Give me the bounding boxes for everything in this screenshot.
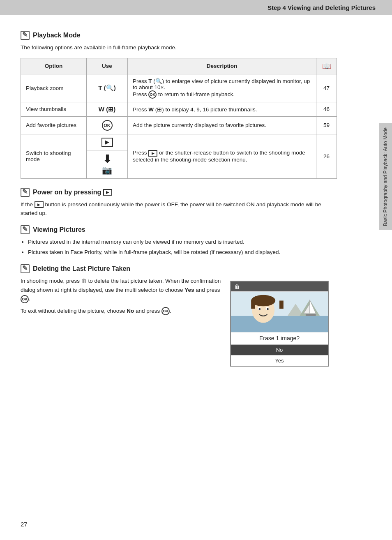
deleting-title: Deleting the Last Picture Taken	[33, 265, 130, 272]
svg-point-14	[267, 308, 269, 310]
page-switch-shooting: 26	[316, 134, 337, 178]
table-row: Add favorite pictures OK Add the picture…	[21, 116, 337, 134]
table-row: Switch to shooting mode ▶ Press ▶ or the…	[21, 134, 337, 150]
dialog-box: 🗑	[230, 281, 329, 367]
option-add-favorite: Add favorite pictures	[21, 116, 87, 134]
viewing-pictures-section: Viewing Pictures Pictures stored in the …	[21, 225, 337, 257]
deleting-heading: Deleting the Last Picture Taken	[21, 264, 337, 273]
dialog-image-area	[231, 291, 328, 332]
dialog-option-no: No	[231, 344, 328, 355]
main-content: Playback Mode The following options are …	[0, 15, 357, 386]
down-arrow-icon: ⬇	[103, 154, 112, 164]
playback-mode-intro: The following options are available in f…	[21, 43, 337, 52]
use-switch-play: ▶	[87, 134, 128, 150]
option-view-thumbnails: View thumbnails	[21, 102, 87, 116]
viewing-pictures-title: Viewing Pictures	[33, 226, 85, 233]
col-page: 📖	[316, 58, 337, 74]
power-on-title: Power on by pressing ▶	[33, 189, 112, 196]
col-option: Option	[21, 58, 87, 74]
power-on-section: Power on by pressing ▶ If the ▶ button i…	[21, 188, 337, 218]
desc-switch-shooting: Press ▶ or the shutter-release button to…	[128, 134, 316, 178]
dialog-illustration	[231, 291, 328, 332]
trash-icon: 🗑	[234, 283, 240, 290]
use-switch-camera: ⬇ 📷	[87, 150, 128, 178]
list-item: Pictures stored in the internal memory c…	[28, 238, 337, 247]
play-inline-icon: ▶	[103, 189, 112, 196]
use-add-favorite: OK	[87, 116, 128, 134]
sidebar-tab-label: Basic Photography and Playback: Auto Mod…	[382, 127, 389, 226]
play-inline-icon2: ▶	[35, 201, 44, 208]
dialog-option-yes: Yes	[231, 355, 328, 366]
desc-add-favorite: Add the picture currently displayed to f…	[128, 116, 316, 134]
svg-rect-10	[279, 300, 284, 309]
note-icon-deleting	[21, 264, 30, 273]
svg-rect-3	[231, 316, 328, 332]
desc-view-thumbnails: Press W (⊞) to display 4, 9, 16 picture …	[128, 102, 316, 116]
ok-icon-inline2: OK	[161, 307, 170, 315]
desc-playback-zoom: Press T (🔍) to enlarge view of picture c…	[128, 74, 316, 102]
note-icon-power	[21, 188, 30, 197]
viewing-pictures-heading: Viewing Pictures	[21, 225, 337, 234]
option-switch-shooting: Switch to shooting mode	[21, 134, 87, 178]
page-number: 27	[21, 521, 28, 528]
trash-inline-icon: 🗑	[81, 277, 87, 286]
option-playback-zoom: Playback zoom	[21, 74, 87, 102]
page-header-title: Step 4 Viewing and Deleting Pictures	[267, 4, 376, 11]
note-icon-playback	[21, 31, 30, 40]
table-row: Playback zoom T (🔍) Press T (🔍) to enlar…	[21, 74, 337, 102]
ok-icon-inline: OK	[21, 295, 29, 303]
page-add-favorite: 59	[316, 116, 337, 134]
viewing-pictures-list: Pictures stored in the internal memory c…	[21, 238, 337, 257]
dialog-header: 🗑	[231, 282, 328, 291]
note-icon-viewing	[21, 225, 30, 234]
playback-mode-title: Playback Mode	[33, 32, 81, 39]
table-row: View thumbnails W (⊞) Press W (⊞) to dis…	[21, 102, 337, 116]
use-playback-zoom: T (🔍)	[87, 74, 128, 102]
play-icon: ▶	[101, 138, 113, 147]
dialog-container: 🗑	[230, 281, 337, 367]
page-header: Step 4 Viewing and Deleting Pictures	[0, 0, 392, 15]
camera-icon: 📷	[102, 165, 112, 175]
use-view-thumbnails: W (⊞)	[87, 102, 128, 116]
playback-mode-section: Playback Mode The following options are …	[21, 31, 337, 179]
options-table: Option Use Description 📖 Playback zoom T…	[21, 58, 337, 179]
inline-play-icon: ▶	[148, 150, 157, 157]
col-description: Description	[128, 58, 316, 74]
dialog-options: No Yes	[231, 344, 328, 366]
power-on-body: If the ▶ button is pressed continuously …	[21, 200, 337, 218]
list-item: Pictures taken in Face Priority, while i…	[28, 248, 337, 257]
ok-button-icon: OK	[102, 120, 113, 131]
page-view-thumbnails: 46	[316, 102, 337, 116]
ok-icon: OK	[148, 90, 157, 99]
power-on-heading: Power on by pressing ▶	[21, 188, 337, 197]
playback-mode-heading: Playback Mode	[21, 31, 337, 40]
svg-point-13	[258, 308, 261, 310]
svg-rect-4	[306, 314, 316, 316]
page-playback-zoom: 47	[316, 74, 337, 102]
svg-rect-9	[251, 300, 255, 309]
deleting-section: Deleting the Last Picture Taken 🗑	[21, 264, 337, 367]
sidebar-tab: Basic Photography and Playback: Auto Mod…	[379, 123, 392, 230]
col-use: Use	[87, 58, 128, 74]
dialog-title: Erase 1 image?	[231, 332, 328, 344]
